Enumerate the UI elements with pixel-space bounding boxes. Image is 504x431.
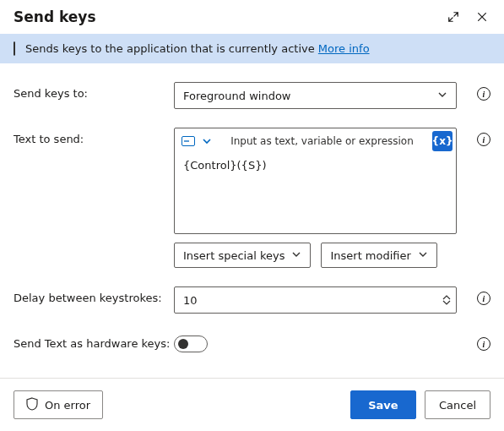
delay-value: 10	[183, 294, 198, 307]
editor-placeholder: Input as text, variable or expression	[219, 135, 425, 147]
keyboard-icon	[14, 42, 15, 55]
send-keys-to-label: Send keys to:	[14, 82, 174, 100]
dialog-title: Send keys	[14, 8, 96, 25]
chevron-down-icon	[291, 249, 301, 262]
variable-picker-button[interactable]: {x}	[432, 131, 453, 151]
info-icon[interactable]: i	[477, 292, 490, 305]
chevron-down-icon	[418, 249, 428, 262]
chevron-down-icon[interactable]	[202, 134, 212, 150]
info-banner: Sends keys to the application that is cu…	[0, 34, 504, 63]
close-icon[interactable]	[475, 10, 489, 24]
chevron-down-icon	[437, 90, 447, 102]
text-to-send-editor[interactable]: Input as text, variable or expression {x…	[174, 128, 457, 234]
delay-label: Delay between keystrokes:	[14, 286, 174, 304]
more-info-link[interactable]: More info	[318, 42, 370, 55]
send-keys-to-value: Foreground window	[183, 90, 290, 102]
text-to-send-label: Text to send:	[14, 128, 174, 145]
info-icon[interactable]: i	[477, 337, 490, 351]
dialog-footer: On error Save Cancel	[0, 378, 504, 431]
input-mode-icon[interactable]	[182, 136, 195, 146]
insert-special-keys-button[interactable]: Insert special keys	[174, 243, 311, 268]
shield-icon	[26, 397, 38, 413]
info-icon[interactable]: i	[477, 87, 490, 101]
text-to-send-value[interactable]: {Control}({S})	[175, 154, 456, 233]
send-keys-dialog: Send keys Sends keys to the application …	[0, 0, 504, 431]
expand-icon[interactable]	[447, 10, 460, 24]
titlebar: Send keys	[0, 0, 504, 34]
send-keys-to-select[interactable]: Foreground window	[174, 82, 457, 109]
on-error-button[interactable]: On error	[14, 390, 103, 419]
banner-text: Sends keys to the application that is cu…	[25, 42, 318, 55]
info-icon[interactable]: i	[477, 133, 490, 146]
delay-input[interactable]: 10	[174, 286, 457, 314]
spinner-down-icon[interactable]	[442, 300, 451, 305]
hardware-keys-toggle[interactable]	[174, 336, 208, 352]
hardware-keys-label: Send Text as hardware keys:	[14, 332, 174, 350]
insert-modifier-button[interactable]: Insert modifier	[321, 243, 436, 268]
save-button[interactable]: Save	[350, 390, 416, 419]
cancel-button[interactable]: Cancel	[425, 390, 490, 419]
